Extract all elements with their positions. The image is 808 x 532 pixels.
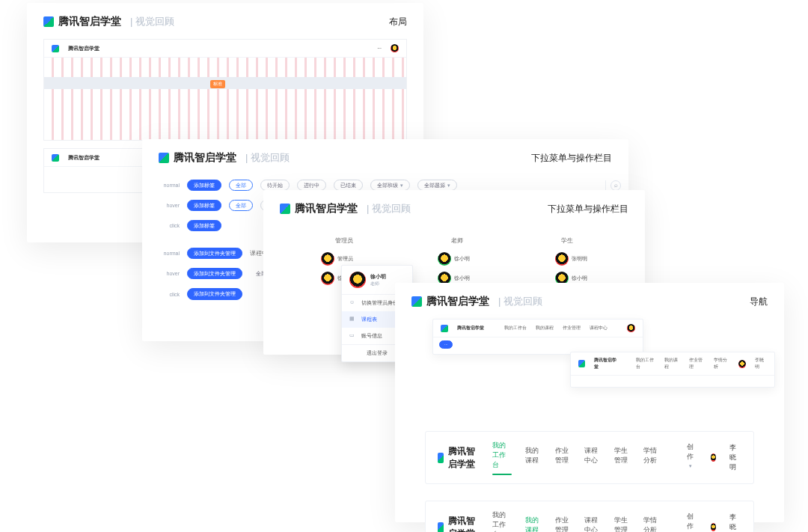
avatar-icon: [738, 360, 746, 368]
pill-source[interactable]: 全部题源: [417, 180, 457, 191]
layout-grid-stripes: 标准: [44, 58, 406, 140]
card2-crumb: 下拉菜单与操作栏目: [531, 152, 612, 165]
state-label-hover: hover: [150, 203, 180, 208]
brand-mark-icon: [159, 153, 169, 163]
subtitle: | 视觉回顾: [367, 202, 411, 215]
pill-all[interactable]: 全部: [229, 180, 253, 191]
search-icon[interactable]: ⌕: [610, 180, 621, 191]
nav-homework[interactable]: 作业管理: [555, 516, 571, 533]
pill-all[interactable]: 全部: [229, 200, 253, 211]
brand-name: 腾讯智启学堂: [426, 295, 489, 308]
avatar-icon: [555, 252, 569, 266]
subtitle: | 视觉回顾: [498, 295, 542, 308]
person-admin[interactable]: 管理员: [321, 252, 353, 266]
state-label-click: click: [150, 223, 180, 228]
card4-crumb: 导航: [750, 296, 768, 308]
nav-mycourse[interactable]: 我的课程: [525, 516, 541, 533]
avatar-icon: [321, 272, 334, 285]
brand-name: 腾讯智启学堂: [58, 15, 121, 28]
brand-mark-icon: [43, 16, 54, 27]
avatar-icon: [391, 44, 399, 52]
pill-notstarted[interactable]: 待开始: [260, 180, 290, 191]
nav-student[interactable]: 学生管理: [614, 516, 630, 533]
brand-mark-icon: [280, 204, 290, 214]
nav-student[interactable]: 学生管理: [614, 446, 630, 470]
brand-name: 腾讯智启学堂: [68, 45, 100, 52]
dropdown-username: 徐小明: [370, 273, 386, 281]
avatar-icon: [438, 252, 451, 266]
nav-analysis[interactable]: 学情分析: [643, 446, 659, 470]
pill-primary[interactable]: 添加标签: [187, 220, 221, 231]
role-student: 学生: [561, 236, 573, 245]
role-people-row1: 管理员 徐小明 张明明: [263, 249, 645, 269]
person-teacher[interactable]: 徐小明: [438, 252, 470, 266]
layout-chip: 标准: [210, 80, 225, 88]
bignav-row-1: 腾讯智启学堂 我的工作台 我的课程 作业管理 课程中心 学生管理 学情分析 创作…: [425, 431, 754, 484]
brand-mark-icon: [52, 154, 59, 162]
role-admin: 管理员: [335, 236, 353, 245]
card-nav: 腾讯智启学堂 | 视觉回顾 导航 腾讯智启学堂 我的工作台 我的课程 作业管理 …: [395, 283, 784, 522]
subtitle: | 视觉回顾: [130, 15, 174, 28]
nav-workbench[interactable]: 我的工作台: [492, 441, 512, 474]
dropdown-role: 老师: [370, 281, 386, 287]
pill-primary[interactable]: 添加标签: [187, 200, 221, 211]
nav-workbench[interactable]: 我的工作台: [492, 510, 512, 532]
brand-mark-icon: [438, 522, 444, 533]
brand: 腾讯智启学堂 | 视觉回顾: [159, 151, 290, 165]
pill-nav-primary[interactable]: 添加到文件夹管理: [187, 288, 242, 299]
brand-mark-icon: [411, 296, 422, 307]
layout-mockup-topbar: 腾讯智启学堂 ···: [44, 40, 406, 58]
brand-mark-icon: [52, 45, 59, 52]
brand-name: 腾讯智启学堂: [68, 154, 100, 162]
pill-ended[interactable]: 已结束: [334, 180, 363, 191]
id-card-icon: ▭: [349, 332, 357, 340]
brand-mark-icon: [438, 453, 444, 463]
calendar-icon: ▦: [349, 316, 357, 323]
person-icon: ☺: [349, 299, 357, 307]
brand-mark-icon: [578, 360, 585, 367]
nav-user[interactable]: 李晓明: [729, 443, 741, 472]
avatar-icon: [349, 272, 366, 288]
pill-nav-primary[interactable]: 添加到文件夹管理: [187, 268, 242, 279]
pill-nav-primary[interactable]: 添加到文件夹管理: [187, 248, 242, 259]
pill-primary[interactable]: 添加标签: [187, 180, 221, 191]
avatar-icon[interactable]: [711, 523, 716, 531]
brand-name: 腾讯智启学堂: [295, 202, 358, 215]
nav-course-center[interactable]: 课程中心: [584, 516, 600, 533]
brand: 腾讯智启学堂 | 视觉回顾: [280, 202, 411, 215]
pill-class[interactable]: 全部班级: [370, 180, 410, 191]
brand-name: 腾讯智启学堂: [448, 445, 479, 471]
brand-name: 腾讯智启学堂: [448, 515, 479, 533]
avatar-icon: [321, 252, 334, 266]
pill-running[interactable]: 进行中: [297, 180, 326, 191]
nav-user[interactable]: 李晓明: [729, 513, 741, 532]
brand: 腾讯智启学堂 | 视觉回顾: [43, 15, 174, 28]
role-headers: 管理员 老师 学生: [263, 226, 645, 249]
nav-course-center[interactable]: 课程中心: [584, 446, 600, 470]
brand: 腾讯智启学堂 | 视觉回顾: [411, 295, 542, 308]
nav-actions[interactable]: 创作: [687, 442, 698, 474]
layout-mockup: 腾讯智启学堂 ··· 标准: [43, 39, 407, 141]
card1-crumb: 布局: [389, 16, 407, 28]
nav-analysis[interactable]: 学情分析: [643, 516, 659, 533]
bignav-row-2: 腾讯智启学堂 我的工作台 我的课程 作业管理 课程中心 学生管理 学情分析 创作…: [425, 501, 754, 532]
person-student[interactable]: 张明明: [555, 252, 587, 266]
nav-homework[interactable]: 作业管理: [555, 446, 571, 470]
nav-mycourse[interactable]: 我的课程: [525, 446, 541, 470]
avatar-icon[interactable]: [711, 453, 716, 462]
brand-name: 腾讯智启学堂: [174, 151, 236, 165]
role-teacher: 老师: [451, 236, 463, 245]
brand-mark-icon: [441, 325, 448, 332]
nav-actions[interactable]: 创作: [687, 512, 698, 533]
subtitle: | 视觉回顾: [245, 151, 290, 165]
avatar-icon: [627, 324, 635, 332]
mini-shot-2: 腾讯智启学堂 我的工作台 我的课程 作业管理 学情分析 李晓明: [570, 352, 775, 388]
state-label-normal: normal: [150, 183, 180, 188]
mini-shot-1: 腾讯智启学堂 我的工作台 我的课程 作业管理 课程中心 ···: [432, 319, 643, 355]
card3-crumb: 下拉菜单与操作栏目: [548, 203, 628, 215]
